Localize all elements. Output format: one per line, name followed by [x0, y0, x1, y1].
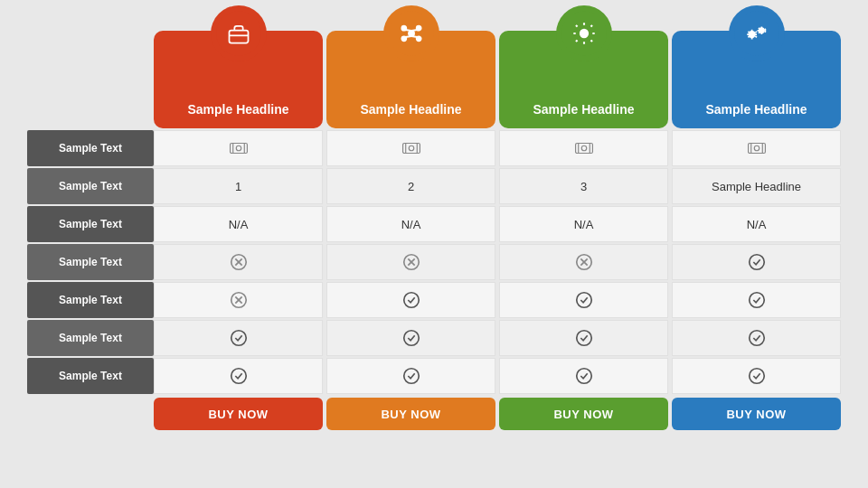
svg-point-13: [231, 369, 246, 384]
svg-point-3: [236, 145, 241, 151]
svg-point-14: [409, 31, 414, 36]
buy-button-col4[interactable]: BUY NOW: [672, 398, 841, 430]
data-cell: [499, 244, 668, 280]
data-rows: Sample HeadlineN/A: [672, 130, 841, 396]
data-cell: [672, 282, 841, 318]
data-cell: N/A: [326, 206, 495, 242]
svg-point-35: [581, 145, 587, 151]
svg-line-19: [405, 30, 410, 31]
data-cell: [326, 130, 495, 166]
data-cell: 3: [499, 168, 668, 204]
buy-button-col1[interactable]: BUY NOW: [154, 398, 323, 430]
svg-point-18: [416, 37, 420, 42]
svg-point-15: [401, 26, 406, 31]
data-cell: [672, 244, 841, 280]
data-cell: [672, 130, 841, 166]
network-icon: [389, 11, 434, 56]
svg-point-24: [409, 145, 414, 151]
data-cell: N/A: [154, 206, 323, 242]
column-headline: Sample Headline: [705, 102, 807, 117]
data-cell: N/A: [499, 206, 668, 242]
data-cell: [326, 244, 495, 280]
product-col-col3: Sample Headline3N/ABUY NOW: [499, 31, 668, 430]
data-cell: [499, 320, 668, 356]
label-cell: Sample Text: [27, 320, 154, 356]
data-cell: [672, 320, 841, 356]
svg-point-12: [231, 331, 246, 346]
data-cell: [154, 282, 323, 318]
page: Sample TextSample TextSample TextSample …: [0, 0, 868, 488]
column-headline: Sample Headline: [187, 102, 288, 117]
svg-line-21: [405, 36, 410, 37]
data-cell: 2: [326, 168, 495, 204]
data-cell: [326, 320, 495, 356]
label-cell: Sample Text: [27, 168, 154, 204]
data-cell: [326, 282, 495, 318]
svg-point-52: [749, 331, 764, 346]
svg-point-53: [749, 369, 764, 384]
svg-point-45: [759, 28, 763, 33]
svg-point-47: [754, 145, 760, 151]
svg-point-32: [403, 369, 419, 384]
data-cell: [154, 358, 323, 394]
header-card-col4: Sample Headline: [672, 31, 841, 128]
label-cell: Sample Text: [27, 206, 154, 242]
svg-point-30: [403, 293, 419, 308]
data-cell: [154, 244, 323, 280]
data-cell: [499, 358, 668, 394]
buy-button-col3[interactable]: BUY NOW: [499, 398, 668, 430]
svg-point-50: [749, 255, 764, 270]
svg-point-51: [749, 293, 764, 308]
label-cell: Sample Text: [27, 358, 154, 394]
data-cell: Sample Headline: [672, 168, 841, 204]
product-columns: Sample Headline1N/ABUY NOWSample Headlin…: [154, 31, 841, 430]
svg-line-20: [411, 30, 417, 31]
data-cell: [326, 358, 495, 394]
product-col-col1: Sample Headline1N/ABUY NOW: [154, 31, 323, 430]
svg-point-42: [576, 331, 591, 346]
gears-icon: [734, 11, 779, 56]
header-card-col1: Sample Headline: [154, 31, 323, 128]
data-cell: N/A: [672, 206, 841, 242]
buy-button-col2[interactable]: BUY NOW: [326, 398, 495, 430]
label-cell: Sample Text: [27, 282, 154, 318]
data-cell: [499, 130, 668, 166]
product-col-col4: Sample HeadlineSample HeadlineN/ABUY NOW: [672, 31, 841, 430]
data-rows: 1N/A: [154, 130, 323, 396]
data-cell: [154, 130, 323, 166]
svg-line-22: [411, 36, 417, 37]
product-col-col2: Sample Headline2N/ABUY NOW: [326, 31, 495, 430]
comparison-table: Sample TextSample TextSample TextSample …: [27, 31, 841, 430]
column-headline: Sample Headline: [360, 102, 461, 117]
data-cell: [499, 282, 668, 318]
label-cell: Sample Text: [27, 130, 154, 166]
data-cell: [154, 320, 323, 356]
svg-point-31: [403, 331, 419, 346]
header-card-col2: Sample Headline: [326, 31, 495, 128]
svg-point-33: [580, 30, 587, 37]
briefcase-icon: [216, 11, 261, 56]
label-cell: Sample Text: [27, 244, 154, 280]
data-rows: 2N/A: [326, 130, 495, 396]
svg-point-17: [401, 37, 406, 42]
data-cell: [672, 358, 841, 394]
data-cell: 1: [154, 168, 323, 204]
svg-point-44: [749, 32, 754, 37]
svg-point-43: [576, 369, 591, 384]
label-column: Sample TextSample TextSample TextSample …: [27, 130, 154, 396]
svg-rect-0: [229, 31, 248, 43]
column-headline: Sample Headline: [533, 102, 634, 117]
svg-point-41: [576, 293, 591, 308]
data-rows: 3N/A: [499, 130, 668, 396]
svg-point-16: [416, 26, 420, 31]
gear-icon: [561, 11, 607, 56]
header-card-col3: Sample Headline: [499, 31, 668, 128]
